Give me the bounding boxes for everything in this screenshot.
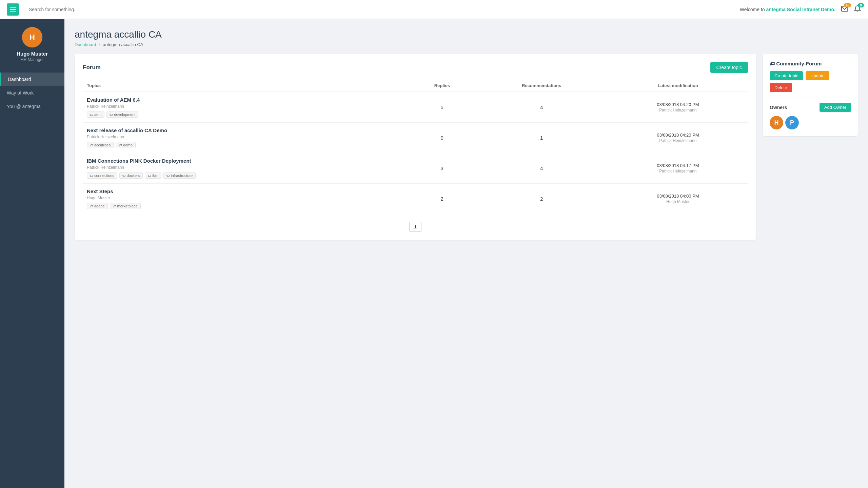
top-bar: Welcome to antegma Social Intranet Demo.…	[0, 0, 868, 19]
community-actions: Create topic Update Delete	[770, 71, 851, 92]
avatar-image: H	[22, 27, 42, 47]
topic-latest-0: 03/08/2018 04:20 PM Patrick Heinzelmann	[608, 92, 748, 123]
topic-title-0[interactable]: Evaluation of AEM 6.4	[87, 97, 405, 103]
topic-tags-1: accalliocademo	[87, 142, 405, 148]
topic-cell-2: IBM Connections PINK Docker Deployment P…	[83, 153, 409, 184]
breadcrumb: Dashboard / antegma accallio CA	[75, 42, 858, 47]
community-title: 🏷 Community-Forum	[770, 61, 851, 66]
topic-cell-3: Next Steps Hugo Muster adobemarketplace	[83, 184, 409, 214]
welcome-text: Welcome to antegma Social Intranet Demo.	[740, 7, 835, 12]
topic-latest-1: 03/08/2018 04:20 PM Patrick Heinzelmann	[608, 123, 748, 153]
hamburger-icon	[10, 6, 16, 13]
top-right-area: Welcome to antegma Social Intranet Demo.…	[740, 5, 861, 14]
tag[interactable]: development	[106, 111, 138, 118]
community-update-button[interactable]: Update	[806, 71, 829, 80]
tag[interactable]: adobe	[87, 203, 108, 209]
sidebar-label-you-antegma: You @ antegma	[7, 104, 41, 109]
col-topics: Topics	[83, 80, 409, 92]
topic-author-0: Patrick Heinzelmann	[87, 104, 405, 109]
alerts-icon-area[interactable]: 8	[854, 5, 861, 14]
table-row: Next Steps Hugo Muster adobemarketplace …	[83, 184, 748, 214]
sidebar-label-way-of-work: Way of Work	[7, 90, 34, 96]
content-area: antegma accallio CA Dashboard / antegma …	[64, 19, 868, 488]
topic-recommendations-0: 4	[475, 92, 608, 123]
notifications-badge: 18	[844, 3, 851, 7]
avatar: H	[22, 27, 42, 47]
owners-label: Owners	[770, 105, 787, 110]
page-btn-1[interactable]: 1	[409, 222, 421, 232]
topic-tags-2: connectionsdockersibminfrastructure	[87, 172, 405, 179]
tag[interactable]: infrastructure	[163, 172, 196, 179]
community-delete-button[interactable]: Delete	[770, 83, 792, 92]
tag[interactable]: marketplace	[110, 203, 141, 209]
tag[interactable]: demo	[116, 142, 136, 148]
tag[interactable]: ibm	[145, 172, 161, 179]
topic-latest-2: 03/08/2018 04:17 PM Patrick Heinzelmann	[608, 153, 748, 184]
table-row: Evaluation of AEM 6.4 Patrick Heinzelman…	[83, 92, 748, 123]
topic-author-1: Patrick Heinzelmann	[87, 135, 405, 139]
owner-avatar-2: P	[785, 116, 799, 129]
owners-section: Owners Add Owner H P	[770, 103, 851, 129]
breadcrumb-current: antegma accallio CA	[103, 42, 143, 47]
tag[interactable]: connections	[87, 172, 117, 179]
tag[interactable]: aem	[87, 111, 104, 118]
owner-avatars: H P	[770, 116, 851, 129]
topic-cell-0: Evaluation of AEM 6.4 Patrick Heinzelman…	[83, 92, 409, 123]
forum-title: Forum	[83, 64, 101, 71]
topic-recommendations-2: 4	[475, 153, 608, 184]
col-latest-modification: Latest modification	[608, 80, 748, 92]
community-create-topic-button[interactable]: Create topic	[770, 71, 803, 80]
topic-title-2[interactable]: IBM Connections PINK Docker Deployment	[87, 158, 405, 164]
page-title: antegma accallio CA	[75, 29, 858, 40]
hamburger-button[interactable]	[7, 3, 19, 16]
user-profile: H Hugo Muster HR Manager	[0, 19, 64, 69]
topic-replies-2: 3	[409, 153, 475, 184]
forum-main-col: Forum Create topic Topics Replies Recomm…	[75, 54, 756, 240]
page-title-area: antegma accallio CA Dashboard / antegma …	[75, 29, 858, 47]
sidebar-item-you-antegma[interactable]: You @ antegma	[0, 100, 64, 113]
forum-table: Topics Replies Recommendations Latest mo…	[83, 80, 748, 214]
user-name: Hugo Muster	[17, 51, 48, 57]
breadcrumb-dashboard[interactable]: Dashboard	[75, 42, 96, 47]
topic-replies-0: 5	[409, 92, 475, 123]
topic-title-1[interactable]: Next release of accallio CA Demo	[87, 127, 405, 133]
side-col: 🏷 Community-Forum Create topic Update De…	[763, 54, 858, 142]
forum-card-header: Forum Create topic	[83, 62, 748, 73]
topic-author-3: Hugo Muster	[87, 196, 405, 200]
community-panel: 🏷 Community-Forum Create topic Update De…	[763, 54, 858, 136]
topic-replies-3: 2	[409, 184, 475, 214]
table-row: IBM Connections PINK Docker Deployment P…	[83, 153, 748, 184]
pagination: 1	[83, 222, 748, 232]
col-replies: Replies	[409, 80, 475, 92]
owner-avatar-1: H	[770, 116, 783, 129]
col-recommendations: Recommendations	[475, 80, 608, 92]
topic-replies-1: 0	[409, 123, 475, 153]
topic-latest-3: 03/08/2018 04:00 PM Hugo Muster	[608, 184, 748, 214]
tag[interactable]: dockers	[119, 172, 143, 179]
create-topic-button[interactable]: Create topic	[710, 62, 748, 73]
breadcrumb-separator: /	[99, 42, 100, 47]
alerts-badge: 8	[858, 3, 864, 7]
topic-recommendations-3: 2	[475, 184, 608, 214]
search-box	[24, 4, 193, 15]
forum-card: Forum Create topic Topics Replies Recomm…	[75, 54, 756, 240]
sidebar: H Hugo Muster HR Manager Dashboard Way o…	[0, 19, 64, 488]
user-role: HR Manager	[21, 57, 44, 62]
table-header-row: Topics Replies Recommendations Latest mo…	[83, 80, 748, 92]
main-layout: H Hugo Muster HR Manager Dashboard Way o…	[0, 19, 868, 488]
add-owner-button[interactable]: Add Owner	[820, 103, 851, 112]
notifications-icon-area[interactable]: 18	[841, 5, 848, 14]
topic-tags-3: adobemarketplace	[87, 203, 405, 209]
sidebar-item-dashboard[interactable]: Dashboard	[0, 73, 64, 86]
sidebar-label-dashboard: Dashboard	[8, 77, 31, 82]
tag[interactable]: accallioca	[87, 142, 114, 148]
topic-cell-1: Next release of accallio CA Demo Patrick…	[83, 123, 409, 153]
owner-avatar-image-2: P	[785, 116, 799, 129]
sidebar-item-way-of-work[interactable]: Way of Work	[0, 86, 64, 100]
sidebar-nav: Dashboard Way of Work You @ antegma	[0, 69, 64, 488]
table-row: Next release of accallio CA Demo Patrick…	[83, 123, 748, 153]
topic-title-3[interactable]: Next Steps	[87, 188, 405, 194]
topic-author-2: Patrick Heinzelmann	[87, 165, 405, 170]
search-input[interactable]	[24, 4, 193, 15]
topic-recommendations-1: 1	[475, 123, 608, 153]
